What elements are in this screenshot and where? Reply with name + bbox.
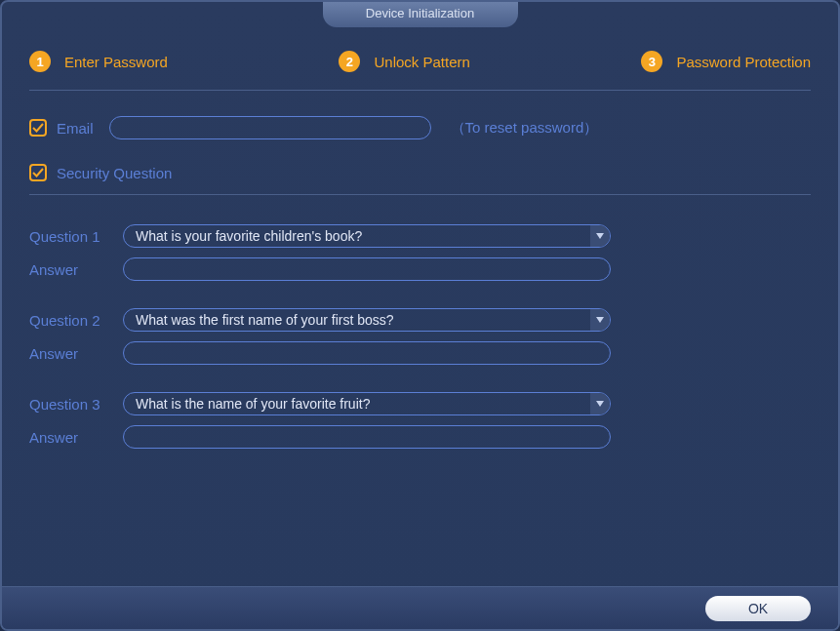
- answer-1-input[interactable]: [123, 257, 611, 281]
- step-number-2: 2: [339, 51, 360, 72]
- question-block-1: Question 1 What is your favorite childre…: [29, 224, 811, 281]
- answer-2-label: Answer: [29, 345, 123, 362]
- step-unlock-pattern: 2 Unlock Pattern: [339, 51, 469, 72]
- security-question-label: Security Question: [57, 165, 172, 181]
- answer-3-label: Answer: [29, 429, 123, 446]
- check-icon: [32, 122, 44, 134]
- answer-3-input[interactable]: [123, 425, 611, 449]
- question-2-label: Question 2: [29, 312, 123, 329]
- footer-bar: OK: [2, 586, 838, 629]
- question-2-select[interactable]: What was the first name of your first bo…: [123, 308, 611, 332]
- window-title: Device Initialization: [323, 2, 518, 27]
- question-block-3: Question 3 What is the name of your favo…: [29, 392, 811, 449]
- security-question-checkbox[interactable]: [29, 164, 47, 181]
- device-initialization-window: Device Initialization 1 Enter Password 2…: [0, 0, 840, 631]
- wizard-steps: 1 Enter Password 2 Unlock Pattern 3 Pass…: [29, 51, 811, 90]
- answer-1-label: Answer: [29, 261, 123, 278]
- question-3-select[interactable]: What is the name of your favorite fruit?: [123, 392, 611, 415]
- step-label-1: Enter Password: [64, 54, 168, 70]
- step-label-3: Password Protection: [676, 54, 811, 70]
- question-block-2: Question 2 What was the first name of yo…: [29, 308, 811, 365]
- question-1-label: Question 1: [29, 228, 123, 245]
- step-label-2: Unlock Pattern: [374, 54, 469, 70]
- answer-2-input[interactable]: [123, 341, 611, 365]
- question-1-select[interactable]: What is your favorite children's book?: [123, 224, 611, 248]
- divider: [29, 194, 811, 195]
- step-enter-password: 1 Enter Password: [29, 51, 168, 72]
- step-number-1: 1: [29, 51, 51, 72]
- ok-button[interactable]: OK: [705, 596, 811, 621]
- email-hint: （To reset password）: [451, 119, 599, 138]
- check-icon: [32, 167, 44, 178]
- step-number-3: 3: [641, 51, 662, 72]
- email-checkbox[interactable]: [29, 119, 47, 137]
- step-password-protection: 3 Password Protection: [641, 51, 811, 72]
- divider: [29, 90, 811, 91]
- email-input[interactable]: [109, 116, 431, 139]
- question-3-label: Question 3: [29, 396, 123, 413]
- email-label: Email: [57, 120, 94, 137]
